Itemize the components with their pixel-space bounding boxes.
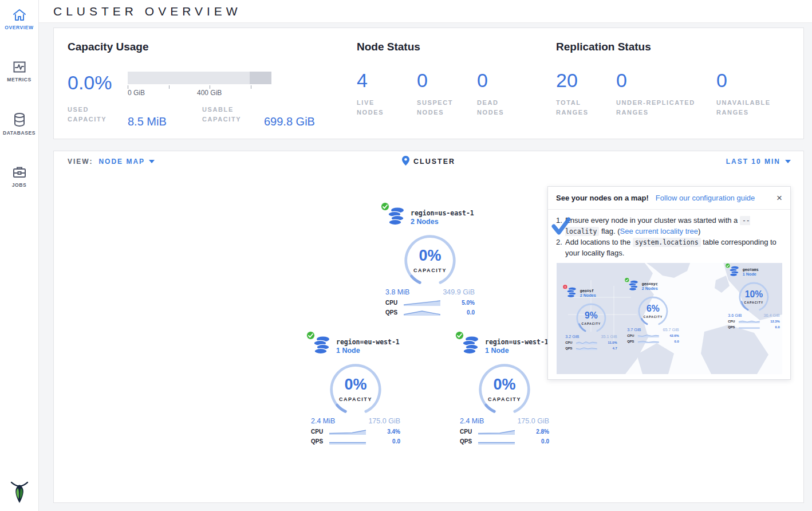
region-label: region=us-east-1 (411, 207, 474, 218)
suspect-nodes-metric: 0 SUSPECT NODES (417, 70, 477, 117)
gauge-capacity-label: CAPACITY (399, 268, 462, 273)
healthy-check-icon (725, 264, 730, 269)
page-title: CLUSTER OVERVIEW (53, 5, 242, 18)
cpu-label: CPU (460, 429, 478, 435)
unavailable-ranges-value: 0 (716, 70, 776, 90)
used-value: 2.4 MiB (460, 417, 484, 425)
cpu-sparkline (637, 334, 659, 338)
cpu-label: CPU (311, 429, 329, 435)
warning-badge-icon (562, 285, 567, 290)
sidebar: OVERVIEW METRICS DATABASES JOBS (0, 0, 39, 511)
used-value: 2.4 MiB (311, 417, 335, 425)
example-node-map-image: geo=sf 2 Nodes 9% CAPACITY 3.2 GiB 35.1 … (557, 263, 782, 374)
sidebar-item-label: DATABASES (3, 130, 36, 136)
capacity-bar-reserved-segment (250, 72, 271, 84)
cpu-value: 5.0% (440, 300, 475, 306)
sidebar-item-label: JOBS (12, 182, 27, 188)
locality-breadcrumb[interactable]: CLUSTER (413, 158, 455, 166)
node-stack-icon (462, 346, 479, 356)
sidebar-item-metrics[interactable]: METRICS (0, 52, 38, 88)
cpu-sparkline (404, 299, 440, 306)
gauge-percent: 0% (399, 247, 462, 265)
node-count-link: 1 Node (742, 272, 758, 277)
total-ranges-metric: 20 TOTAL RANGES (556, 70, 616, 117)
qps-value: 0.0 (515, 438, 549, 445)
cluster-overview-page: OVERVIEW METRICS DATABASES JOBS (0, 0, 812, 511)
sidebar-item-databases[interactable]: DATABASES (0, 104, 38, 141)
under-replicated-value: 0 (616, 70, 716, 90)
cpu-sparkline (478, 428, 515, 435)
qps-sparkline (576, 347, 597, 351)
unavailable-ranges-label: UNAVAILABLE RANGES (716, 98, 776, 117)
sidebar-item-jobs[interactable]: JOBS (0, 158, 38, 194)
view-bar: VIEW: NODE MAP CLUSTER LAST 10 MIN (53, 151, 804, 172)
total-ranges-label: TOTAL RANGES (556, 98, 596, 117)
node-status-heading: Node Status (357, 41, 556, 53)
mini-node-card-geo-nyc: geo=nyc 2 Nodes 6% CAPACITY 3.7 GiB 65.7… (626, 280, 680, 343)
capacity-usage-heading: Capacity Usage (68, 41, 357, 53)
capacity-used-percent: 0.0% (68, 72, 128, 97)
used-capacity-label: USED CAPACITY (68, 105, 113, 128)
qps-sparkline (329, 438, 366, 445)
chevron-down-icon (785, 160, 791, 163)
suspect-nodes-value: 0 (417, 70, 477, 90)
configuration-guide-link[interactable]: Follow our configuration guide (656, 194, 770, 202)
node-status-section: Node Status 4 LIVE NODES 0 SUSPECT NODES… (357, 41, 556, 139)
total-value: 175.0 GiB (517, 417, 549, 425)
locality-tree-link[interactable]: See current locality tree (620, 227, 699, 235)
node-count-link[interactable]: 2 Nodes (411, 218, 474, 226)
qps-value: 0.0 (440, 309, 475, 316)
sidebar-item-label: METRICS (7, 77, 31, 82)
capacity-tick-400: 400 GiB (197, 89, 222, 97)
node-stack-icon (729, 272, 739, 278)
replication-status-heading: Replication Status (556, 41, 776, 53)
chevron-down-icon (149, 160, 155, 163)
region-label: region=us-west-1 (485, 336, 549, 347)
setup-step-1: 1. Ensure every node in your cluster was… (556, 215, 782, 237)
live-nodes-label: LIVE NODES (357, 98, 397, 117)
time-range-dropdown[interactable]: LAST 10 MIN (726, 158, 791, 166)
usable-capacity-value: 699.8 GiB (264, 115, 315, 128)
used-capacity-value: 8.5 MiB (128, 115, 202, 128)
cockroachdb-logo (0, 480, 39, 504)
cpu-sparkline (576, 341, 597, 345)
qps-label: QPS (460, 438, 478, 445)
metrics-icon (13, 60, 26, 74)
gauge-percent: 0% (324, 376, 387, 394)
healthy-check-icon (306, 331, 315, 340)
cpu-label: CPU (385, 300, 404, 306)
dead-nodes-label: DEAD NODES (477, 98, 517, 117)
replication-status-section: Replication Status 20 TOTAL RANGES 0 UND… (556, 41, 776, 139)
unavailable-ranges-metric: 0 UNAVAILABLE RANGES (716, 70, 776, 117)
briefcase-icon (12, 166, 27, 179)
healthy-check-icon (381, 202, 389, 211)
close-icon[interactable]: × (776, 193, 782, 203)
healthy-check-icon (624, 278, 629, 283)
node-map-setup-popup: See your nodes on a map! Follow our conf… (547, 186, 791, 380)
used-value: 3.8 MiB (385, 288, 409, 296)
live-nodes-metric: 4 LIVE NODES (357, 70, 417, 117)
capacity-gauge: 0% CAPACITY (399, 232, 462, 287)
view-selector-dropdown[interactable]: NODE MAP (98, 158, 155, 166)
cluster-summary-panel: Capacity Usage 0.0% 0 GiB 400 GiB USED C… (53, 27, 804, 139)
cpu-sparkline (329, 428, 366, 435)
node-card-us-west-1[interactable]: region=us-west-1 1 Node 0% CAPACITY 2.4 … (459, 336, 550, 445)
qps-label: QPS (385, 309, 404, 316)
qps-value: 0.0 (366, 438, 400, 445)
node-count-link[interactable]: 1 Node (336, 347, 400, 355)
node-card-eu-west-1[interactable]: region=eu-west-1 1 Node 0% CAPACITY 2.4 … (310, 336, 401, 445)
qps-sparkline (637, 340, 659, 344)
under-replicated-metric: 0 UNDER-REPLICATED RANGES (616, 70, 716, 117)
sidebar-item-overview[interactable]: OVERVIEW (0, 0, 38, 36)
node-count-link[interactable]: 1 Node (485, 347, 549, 355)
node-count-link: 2 Nodes (580, 293, 596, 298)
node-stack-icon (628, 286, 638, 292)
node-card-us-east-1[interactable]: region=us-east-1 2 Nodes 0% CAPACITY 3.8… (384, 207, 476, 316)
node-count-link: 2 Nodes (641, 286, 657, 291)
gauge-capacity-label: CAPACITY (473, 396, 536, 402)
region-label: geo=ams (742, 266, 758, 272)
region-label: geo=nyc (641, 280, 657, 286)
under-replicated-label: UNDER-REPLICATED RANGES (616, 98, 708, 117)
qps-label: QPS (311, 438, 329, 445)
popup-title: See your nodes on a map! (556, 194, 649, 202)
